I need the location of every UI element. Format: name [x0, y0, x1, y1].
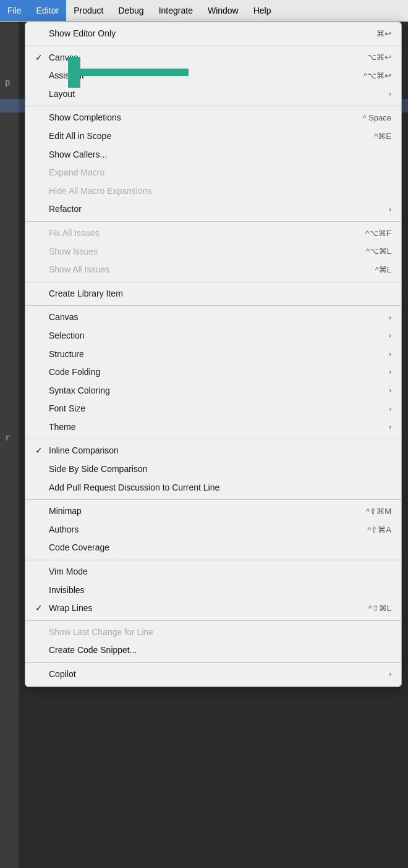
menu-bar-item-editor[interactable]: Editor [29, 0, 67, 21]
label-create-code-snippet: Create Code Snippet... [49, 644, 137, 657]
menu-item-selection[interactable]: Selection › [25, 327, 401, 345]
label-show-editor-only: Show Editor Only [49, 28, 116, 40]
menu-item-wrap-lines[interactable]: ✓ Wrap Lines ^⇧⌘L [25, 599, 401, 618]
arrow-structure: › [389, 349, 391, 360]
checkmark-invisibles [35, 584, 45, 597]
checkmark-selection [35, 330, 45, 342]
checkmark-create-library-item [35, 288, 45, 300]
label-edit-all-in-scope: Edit All in Scope [49, 130, 111, 143]
label-layout: Layout [49, 88, 75, 101]
shortcut-edit-all-in-scope: ^⌘E [374, 131, 391, 142]
menu-item-create-library-item[interactable]: Create Library Item [25, 285, 401, 303]
label-authors: Authors [49, 524, 79, 536]
checkmark-canvas: ✓ [35, 52, 45, 64]
arrow-copilot: › [389, 669, 391, 680]
menu-item-edit-all-in-scope[interactable]: Edit All in Scope ^⌘E [25, 127, 401, 146]
label-show-all-issues: Show All Issues [49, 264, 109, 276]
label-show-issues: Show Issues [49, 246, 98, 258]
checkmark-show-issues [35, 246, 45, 258]
separator-4 [25, 282, 401, 282]
menu-item-show-callers[interactable]: Show Callers... [25, 146, 401, 164]
label-create-library-item: Create Library Item [49, 288, 123, 300]
menu-item-add-pull-request[interactable]: Add Pull Request Discussion to Current L… [25, 479, 401, 497]
menu-bar-item-integrate[interactable]: Integrate [151, 0, 200, 21]
checkmark-inline-comparison: ✓ [35, 445, 45, 457]
menu-item-side-by-side[interactable]: Side By Side Comparison [25, 460, 401, 479]
shortcut-show-all-issues: ^⌘L [375, 264, 391, 276]
checkmark-canvas2 [35, 311, 45, 324]
checkmark-refactor [35, 203, 45, 216]
checkmark-assistant [35, 70, 45, 82]
separator-9 [25, 620, 401, 621]
menu-bar-item-help[interactable]: Help [246, 0, 279, 21]
menu-bar-item-debug[interactable]: Debug [111, 0, 151, 21]
separator-8 [25, 560, 401, 560]
editor-dropdown-menu: Show Editor Only ⌘↩ ✓ Canvas ⌥⌘↩ Assista… [25, 22, 402, 687]
menu-item-minimap[interactable]: Minimap ^⇧⌘M [25, 502, 401, 521]
menu-item-font-size[interactable]: Font Size › [25, 400, 401, 418]
menu-item-show-all-issues: Show All Issues ^⌘L [25, 261, 401, 279]
label-side-by-side: Side By Side Comparison [49, 463, 148, 476]
label-vim-mode: Vim Mode [49, 566, 88, 578]
menu-item-copilot[interactable]: Copilot › [25, 665, 401, 684]
label-show-last-change: Show Last Change for Line [49, 626, 153, 639]
teal-arrow-indicator [68, 57, 192, 88]
label-minimap: Minimap [49, 505, 82, 518]
checkmark-code-folding [35, 366, 45, 379]
arrow-code-folding: › [389, 367, 391, 377]
label-inline-comparison: Inline Comparison [49, 445, 119, 457]
editor-code-text-r: r [5, 432, 10, 442]
checkmark-show-editor-only [35, 28, 45, 40]
menu-item-create-code-snippet[interactable]: Create Code Snippet... [25, 641, 401, 660]
label-font-size: Font Size [49, 403, 85, 415]
shortcut-minimap: ^⇧⌘M [366, 506, 391, 517]
label-code-coverage: Code Coverage [49, 542, 109, 554]
checkmark-syntax-coloring [35, 385, 45, 397]
menu-item-inline-comparison[interactable]: ✓ Inline Comparison [25, 442, 401, 460]
menu-item-vim-mode[interactable]: Vim Mode [25, 563, 401, 581]
label-canvas2: Canvas [49, 311, 78, 324]
label-show-completions: Show Completions [49, 112, 121, 124]
menu-bar-item-product[interactable]: Product [66, 0, 111, 21]
menu-item-code-coverage[interactable]: Code Coverage [25, 539, 401, 557]
shortcut-canvas: ⌥⌘↩ [367, 52, 391, 63]
separator-5 [25, 305, 401, 306]
separator-6 [25, 439, 401, 439]
menu-bar-item-file[interactable]: File [0, 0, 29, 21]
shortcut-wrap-lines: ^⇧⌘L [368, 603, 391, 614]
label-structure: Structure [49, 348, 84, 361]
menu-bar-item-window[interactable]: Window [200, 0, 246, 21]
label-code-folding: Code Folding [49, 366, 100, 379]
shortcut-show-completions: ^ Space [362, 112, 391, 124]
menu-item-invisibles[interactable]: Invisibles [25, 581, 401, 600]
menu-item-refactor[interactable]: Refactor › [25, 200, 401, 219]
label-show-callers: Show Callers... [49, 149, 107, 161]
menu-item-theme[interactable]: Theme › [25, 418, 401, 437]
checkmark-code-coverage [35, 542, 45, 554]
checkmark-show-callers [35, 149, 45, 161]
menu-item-show-completions[interactable]: Show Completions ^ Space [25, 109, 401, 127]
checkmark-show-last-change [35, 626, 45, 639]
checkmark-show-all-issues [35, 264, 45, 276]
menu-item-canvas2[interactable]: Canvas › [25, 308, 401, 327]
separator-3 [25, 221, 401, 222]
menu-item-show-last-change: Show Last Change for Line [25, 623, 401, 642]
checkmark-vim-mode [35, 566, 45, 578]
checkmark-theme [35, 421, 45, 434]
separator-1 [25, 46, 401, 46]
menu-item-syntax-coloring[interactable]: Syntax Coloring › [25, 382, 401, 400]
checkmark-copilot [35, 668, 45, 681]
menu-bar: File Editor Product Debug Integrate Wind… [0, 0, 408, 22]
shortcut-show-issues: ^⌥⌘L [366, 246, 391, 257]
menu-item-layout[interactable]: Layout › [25, 85, 401, 104]
arrow-canvas2: › [389, 313, 391, 323]
menu-item-authors[interactable]: Authors ^⇧⌘A [25, 521, 401, 539]
label-selection: Selection [49, 330, 85, 342]
label-invisibles: Invisibles [49, 584, 85, 597]
checkmark-layout [35, 88, 45, 101]
menu-item-show-editor-only[interactable]: Show Editor Only ⌘↩ [25, 25, 401, 43]
menu-item-hide-all-macro-expansions: Hide All Macro Expansions [25, 182, 401, 201]
menu-item-structure[interactable]: Structure › [25, 345, 401, 364]
checkmark-side-by-side [35, 463, 45, 476]
menu-item-code-folding[interactable]: Code Folding › [25, 363, 401, 382]
